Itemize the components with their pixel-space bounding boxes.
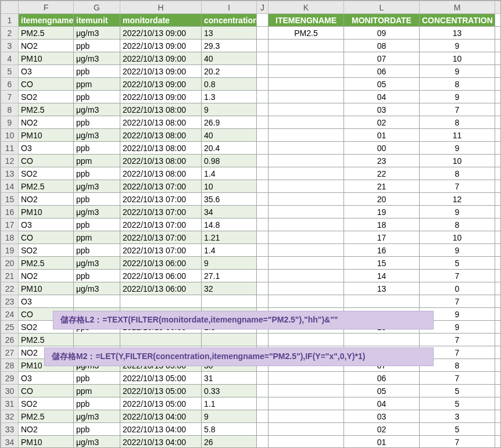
cell-J29[interactable] <box>257 372 269 385</box>
cell-M21[interactable]: 7 <box>420 270 495 282</box>
cell-K14[interactable] <box>269 180 344 193</box>
cell-H5[interactable]: 2022/10/13 09:00 <box>120 65 202 78</box>
cell-L22[interactable]: 13 <box>344 282 420 295</box>
cell-G15[interactable]: ppb <box>74 193 120 206</box>
cell-F21[interactable]: NO2 <box>19 270 74 282</box>
cell-I14[interactable]: 10 <box>202 180 257 193</box>
cell-K16[interactable] <box>269 206 344 218</box>
cell-F19[interactable]: SO2 <box>19 244 74 257</box>
cell-J31[interactable] <box>257 397 269 410</box>
cell-J34[interactable] <box>257 436 269 449</box>
cell-M32[interactable]: 3 <box>420 410 495 423</box>
cell-F8[interactable]: PM2.5 <box>19 103 74 116</box>
cell-L11[interactable]: 00 <box>344 142 420 155</box>
rownum[interactable]: 32 <box>1 410 19 423</box>
cell-I34[interactable]: 26 <box>202 436 257 449</box>
cell-F7[interactable]: SO2 <box>19 91 74 103</box>
cell-H9[interactable]: 2022/10/13 08:00 <box>120 116 202 129</box>
cell-I10[interactable]: 40 <box>202 129 257 142</box>
cell-M31[interactable]: 5 <box>420 397 495 410</box>
cell-N19[interactable] <box>495 244 502 257</box>
cell-N9[interactable] <box>495 116 502 129</box>
cell-L20[interactable]: 15 <box>344 257 420 270</box>
cell-G13[interactable]: ppb <box>74 167 120 180</box>
cell-F17[interactable]: O3 <box>19 218 74 231</box>
rownum[interactable]: 21 <box>1 270 19 282</box>
cell-G12[interactable]: ppm <box>74 155 120 167</box>
cell-J20[interactable] <box>257 257 269 270</box>
cell-N27[interactable] <box>495 346 502 359</box>
cell-F15[interactable]: NO2 <box>19 193 74 206</box>
cell-H33[interactable]: 2022/10/13 04:00 <box>120 423 202 436</box>
cell-L33[interactable]: 02 <box>344 423 420 436</box>
cell-I2[interactable]: 13 <box>202 27 257 40</box>
cell-H2[interactable]: 2022/10/13 09:00 <box>120 27 202 40</box>
cell-L31[interactable]: 04 <box>344 397 420 410</box>
cell-G11[interactable]: ppb <box>74 142 120 155</box>
cell-H26[interactable] <box>120 334 202 346</box>
cell-M13[interactable]: 8 <box>420 167 495 180</box>
cell-F13[interactable]: SO2 <box>19 167 74 180</box>
hdr-itemunit[interactable]: itemunit <box>74 14 120 27</box>
cell-M26[interactable]: 7 <box>420 334 495 346</box>
cell-N33[interactable] <box>495 423 502 436</box>
hdr-r-monitordate[interactable]: MONITORDATE <box>344 14 420 27</box>
cell-K23[interactable] <box>269 295 344 308</box>
cell-N5[interactable] <box>495 65 502 78</box>
cell-G4[interactable]: μg/m3 <box>74 52 120 65</box>
cell-M19[interactable]: 9 <box>420 244 495 257</box>
cell-F4[interactable]: PM10 <box>19 52 74 65</box>
cell-F9[interactable]: NO2 <box>19 116 74 129</box>
cell-I18[interactable]: 1.21 <box>202 231 257 244</box>
cell-F18[interactable]: CO <box>19 231 74 244</box>
cell-N10[interactable] <box>495 129 502 142</box>
cell-J19[interactable] <box>257 244 269 257</box>
cell-N29[interactable] <box>495 372 502 385</box>
cell-G33[interactable]: ppb <box>74 423 120 436</box>
cell-L10[interactable]: 01 <box>344 129 420 142</box>
cell-F10[interactable]: PM10 <box>19 129 74 142</box>
cell-L26[interactable] <box>344 334 420 346</box>
cell-L19[interactable]: 16 <box>344 244 420 257</box>
cell-K20[interactable] <box>269 257 344 270</box>
cell-F29[interactable]: O3 <box>19 372 74 385</box>
cell-H29[interactable]: 2022/10/13 05:00 <box>120 372 202 385</box>
cell-M6[interactable]: 8 <box>420 78 495 91</box>
hdr-monitordate[interactable]: monitordate <box>120 14 202 27</box>
cell-H17[interactable]: 2022/10/13 07:00 <box>120 218 202 231</box>
rownum[interactable]: 12 <box>1 155 19 167</box>
cell-L21[interactable]: 14 <box>344 270 420 282</box>
cell-I33[interactable]: 5.8 <box>202 423 257 436</box>
cell-M18[interactable]: 10 <box>420 231 495 244</box>
cell-G5[interactable]: ppb <box>74 65 120 78</box>
cell-K13[interactable] <box>269 167 344 180</box>
cell-J6[interactable] <box>257 78 269 91</box>
cell-M17[interactable]: 8 <box>420 218 495 231</box>
cell-F22[interactable]: PM10 <box>19 282 74 295</box>
cell-L29[interactable]: 06 <box>344 372 420 385</box>
rownum[interactable]: 2 <box>1 27 19 40</box>
cell-N18[interactable] <box>495 231 502 244</box>
cell-K4[interactable] <box>269 52 344 65</box>
cell-M29[interactable]: 7 <box>420 372 495 385</box>
cell-H12[interactable]: 2022/10/13 08:00 <box>120 155 202 167</box>
cell-F34[interactable]: PM10 <box>19 436 74 449</box>
cell-J23[interactable] <box>257 295 269 308</box>
cell-M16[interactable]: 9 <box>420 206 495 218</box>
cell-J3[interactable] <box>257 40 269 52</box>
cell-N24[interactable] <box>495 308 502 321</box>
cell-G17[interactable]: ppb <box>74 218 120 231</box>
cell-L15[interactable]: 20 <box>344 193 420 206</box>
cell-J9[interactable] <box>257 116 269 129</box>
rownum[interactable]: 34 <box>1 436 19 449</box>
cell-I21[interactable]: 27.1 <box>202 270 257 282</box>
hdr-concentration[interactable]: concentration <box>202 14 257 27</box>
corner-cell[interactable] <box>1 1 19 14</box>
cell-G20[interactable]: μg/m3 <box>74 257 120 270</box>
cell-I15[interactable]: 35.6 <box>202 193 257 206</box>
cell-I3[interactable]: 29.3 <box>202 40 257 52</box>
cell-L8[interactable]: 03 <box>344 103 420 116</box>
cell-I8[interactable]: 9 <box>202 103 257 116</box>
cell-M2[interactable]: 13 <box>420 27 495 40</box>
cell-N21[interactable] <box>495 270 502 282</box>
